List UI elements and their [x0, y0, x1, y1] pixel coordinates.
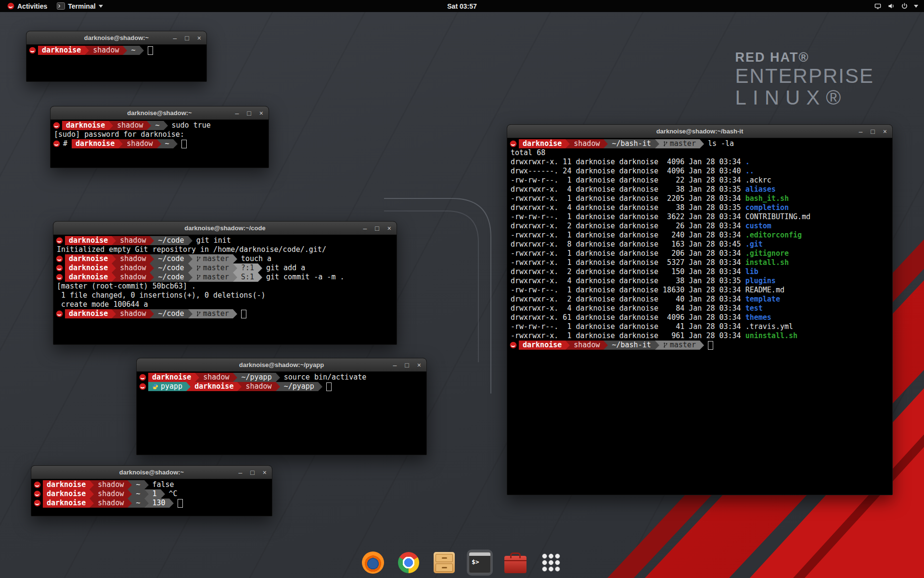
maximize-button[interactable]: □ — [250, 469, 254, 476]
activities-button[interactable]: Activities — [3, 0, 51, 12]
powerline-separator-icon — [150, 273, 154, 282]
file-name: custom — [745, 222, 771, 230]
minimize-button[interactable]: – — [173, 34, 177, 42]
maximize-button[interactable]: □ — [871, 128, 874, 135]
file-name: CONTRIBUTING.md — [745, 212, 810, 221]
terminal-body[interactable]: darknoiseshadow~sudo true[sudo] password… — [51, 120, 269, 148]
prompt-segment-git: master — [192, 273, 233, 282]
python-icon — [152, 383, 158, 390]
prompt-segment-host: shadow — [570, 139, 603, 148]
minimize-button[interactable]: – — [393, 361, 397, 369]
terminal-prompt-line: darknoiseshadow~/codegit init — [55, 236, 397, 245]
terminal-body[interactable]: darknoiseshadow~/bash-itmasterls -latota… — [507, 138, 892, 350]
maximize-button[interactable]: □ — [185, 34, 189, 42]
prompt-segment-path: ~/code — [154, 263, 188, 273]
redhat-icon — [139, 383, 146, 390]
command-text: false — [149, 480, 174, 489]
file-list-row: drwxrwxr-x. 4 darknoise darknoise 84 Jan… — [509, 304, 892, 313]
dock-item-toolbox[interactable] — [502, 550, 528, 576]
close-button[interactable]: × — [883, 128, 887, 135]
prompt-segment-user: darknoise — [519, 341, 565, 350]
terminal-prompt-line: darknoiseshadow~/codemasterS:1git commit… — [55, 273, 397, 282]
terminal-window[interactable]: darknoise@shadow:~/bash-it – □ × darknoi… — [507, 124, 893, 495]
powerline-separator-icon — [150, 309, 154, 318]
powerline-separator-icon — [90, 480, 94, 489]
prompt-segment-host: shadow — [116, 273, 150, 282]
powerline-separator-icon — [169, 499, 174, 508]
file-name: lib — [745, 267, 758, 276]
prompt-segment-path: ~/pyapp — [237, 373, 275, 382]
redhat-icon — [53, 140, 60, 147]
window-titlebar[interactable]: darknoise@shadow:~/pyapp – □ × — [137, 358, 426, 372]
file-name: aliases — [745, 185, 776, 194]
system-status-area[interactable] — [871, 0, 921, 12]
window-titlebar[interactable]: darknoise@shadow:~ – □ × — [31, 466, 272, 479]
maximize-button[interactable]: □ — [405, 361, 409, 369]
terminal-cursor — [241, 310, 246, 318]
powerline-separator-icon — [318, 382, 322, 391]
window-titlebar[interactable]: darknoise@shadow:~/bash-it – □ × — [507, 125, 892, 138]
prompt-segment-host: shadow — [113, 121, 147, 130]
prompt-segment-user: darknoise — [65, 263, 112, 273]
minimize-button[interactable]: – — [239, 469, 243, 476]
branch-icon — [196, 311, 201, 317]
dock-item-files[interactable] — [431, 550, 457, 576]
prompt-segment-user: darknoise — [65, 273, 112, 282]
terminal-window[interactable]: darknoise@shadow:~/code – □ × darknoises… — [53, 221, 397, 345]
terminal-body[interactable]: darknoiseshadow~/pyappsource bin/activat… — [137, 372, 426, 391]
redhat-icon — [34, 499, 41, 507]
powerline-separator-icon — [188, 254, 192, 263]
file-name: bash_it.sh — [745, 194, 789, 203]
app-menu-button[interactable]: Terminal — [52, 0, 107, 12]
close-button[interactable]: × — [417, 361, 421, 369]
powerline-separator-icon — [188, 263, 192, 273]
powerline-separator-icon — [112, 263, 116, 273]
close-button[interactable]: × — [259, 109, 263, 117]
terminal-window[interactable]: darknoise@shadow:~ – □ × darknoiseshadow… — [26, 31, 207, 82]
clock[interactable]: Sat 03:57 — [447, 2, 476, 10]
dock-item-chrome[interactable] — [396, 550, 422, 576]
terminal-window[interactable]: darknoise@shadow:~/pyapp – □ × darknoise… — [136, 358, 427, 455]
terminal-body[interactable]: darknoiseshadow~/codegit initInitialized… — [53, 235, 397, 318]
minimize-button[interactable]: – — [363, 224, 367, 232]
close-button[interactable]: × — [263, 469, 267, 476]
dock-item-terminal[interactable]: $> — [467, 550, 493, 576]
window-title: darknoise@shadow:~/pyapp — [239, 361, 324, 368]
power-icon — [901, 2, 908, 10]
terminal-cursor — [326, 382, 332, 391]
brand-linux: LINUX® — [735, 87, 874, 108]
terminal-prompt-line: darknoiseshadow~/codemaster — [55, 309, 397, 318]
redhat-icon — [29, 47, 36, 54]
terminal-window[interactable]: darknoise@shadow:~ – □ × darknoiseshadow… — [50, 106, 269, 168]
prompt-segment-host: shadow — [116, 309, 150, 318]
prompt-segment-path: ~ — [151, 121, 163, 130]
terminal-cursor — [181, 140, 187, 148]
maximize-button[interactable]: □ — [375, 224, 379, 232]
powerline-separator-icon — [128, 489, 132, 499]
terminal-output-line: total 68 — [509, 148, 892, 158]
close-button[interactable]: × — [387, 224, 391, 232]
window-titlebar[interactable]: darknoise@shadow:~/code – □ × — [53, 222, 397, 235]
terminal-window[interactable]: darknoise@shadow:~ – □ × darknoiseshadow… — [31, 465, 272, 516]
terminal-body[interactable]: darknoiseshadow~ — [26, 45, 206, 55]
dock-item-firefox[interactable] — [360, 550, 386, 576]
maximize-button[interactable]: □ — [247, 109, 251, 117]
window-titlebar[interactable]: darknoise@shadow:~ – □ × — [26, 31, 206, 45]
powerline-separator-icon — [188, 273, 192, 282]
chevron-down-icon — [99, 5, 103, 8]
minimize-button[interactable]: – — [235, 109, 239, 117]
dock-item-appgrid[interactable] — [538, 550, 564, 576]
terminal-prompt-line: darknoiseshadow~130 — [33, 499, 272, 508]
terminal-output-line: Initialized empty Git repository in /hom… — [55, 245, 397, 254]
terminal-body[interactable]: darknoiseshadow~falsedarknoiseshadow~1^C… — [31, 479, 272, 508]
root-indicator: # — [62, 139, 72, 148]
window-title: darknoise@shadow:~/bash-it — [656, 128, 744, 135]
minimize-button[interactable]: – — [859, 128, 863, 135]
close-button[interactable]: × — [197, 34, 201, 42]
file-list-row: -rw-rw-r--. 1 darknoise darknoise 22 Jan… — [509, 176, 892, 185]
prompt-segment-user: darknoise — [43, 489, 90, 499]
powerline-separator-icon — [109, 121, 113, 130]
window-titlebar[interactable]: darknoise@shadow:~ – □ × — [51, 106, 269, 120]
file-list-row: drwxrwxr-x. 2 darknoise darknoise 150 Ja… — [509, 267, 892, 276]
top-bar: Activities Terminal Sat 03:57 — [0, 0, 924, 12]
